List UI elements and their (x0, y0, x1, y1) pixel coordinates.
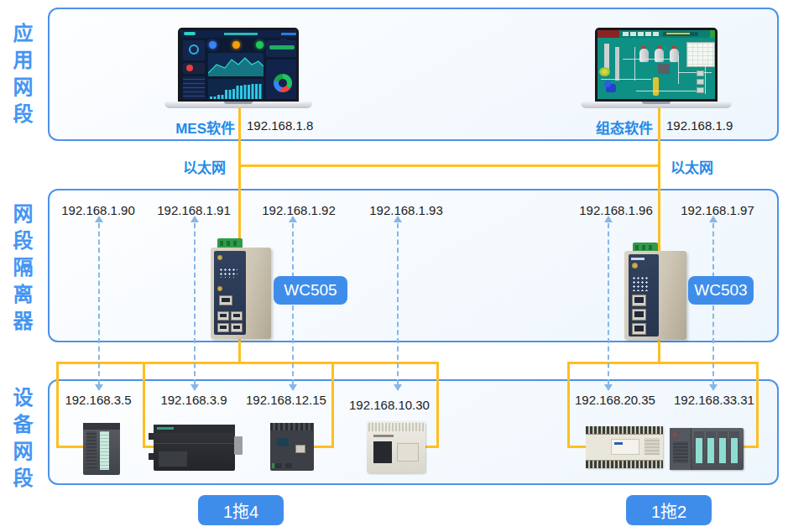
mapping-arrow-down-6 (709, 384, 718, 391)
wc503-gateway-image (624, 243, 686, 340)
device-ip-1: 192.168.3.5 (65, 393, 131, 407)
section-label-application: 应用网段 (7, 23, 36, 130)
section-label-isolator: 网段隔离器 (7, 203, 36, 337)
ethernet-horizontal-line (238, 164, 660, 167)
drop-line-1 (56, 362, 59, 448)
mes-laptop-image (164, 26, 312, 108)
mapping-arrow-down-4 (394, 384, 402, 391)
device-ip-2: 192.168.3.9 (160, 393, 227, 407)
drop-line-4 (436, 362, 439, 448)
device-ip-5: 192.168.20.35 (575, 393, 655, 407)
mapping-arrow-down-1 (95, 384, 103, 391)
mes-software-label: MES软件 (151, 117, 235, 138)
scada-ip-label: 192.168.1.9 (666, 118, 733, 133)
section-label-device: 设备网段 (7, 387, 36, 494)
wc505-wan-ip-2: 192.168.1.91 (157, 203, 231, 217)
wc505-wan-ip-3: 192.168.1.92 (262, 203, 336, 217)
scada-laptop-base (581, 102, 732, 108)
plc-device-3-image (270, 423, 314, 471)
mapping-arrow-down-2 (190, 384, 199, 391)
plc-device-5-image (586, 426, 663, 468)
drop-line-2 (143, 362, 145, 448)
bus-line-right (567, 362, 759, 364)
wc503-wan-ip-2: 192.168.1.97 (681, 203, 754, 217)
wc505-wan-ip-1: 192.168.1.90 (61, 203, 135, 217)
plc-device-4-image (367, 421, 425, 473)
ethernet-label-left: 以太网 (183, 156, 226, 177)
stub-line-6 (742, 446, 759, 448)
mes-laptop-base (164, 102, 312, 108)
mes-ip-label: 192.168.1.8 (247, 118, 313, 133)
wc503-wan-ip-1: 192.168.1.96 (579, 203, 653, 217)
wc505-model-badge: WC505 (274, 276, 347, 305)
wc503-model-badge: WC503 (688, 276, 754, 305)
drop-line-3 (331, 362, 334, 448)
bus-line-left (56, 362, 439, 364)
stub-line-1 (56, 446, 85, 448)
mapping-arrow-down-5 (604, 384, 613, 391)
plc-device-1-image (83, 423, 120, 475)
mes-laptop-screen (178, 28, 299, 102)
mapping-arrow-down-3 (289, 384, 297, 391)
group-badge-left: 1拖4 (198, 495, 284, 525)
device-ip-6: 192.168.33.31 (674, 393, 754, 407)
mapping-arrow-line-2 (194, 223, 196, 384)
mapping-arrow-line-5 (608, 223, 609, 384)
mapping-arrow-line-1 (98, 223, 100, 384)
mapping-arrow-line-4 (397, 223, 399, 384)
stub-line-4 (424, 446, 439, 448)
scada-laptop-screen (595, 28, 718, 102)
plc-device-2-image (154, 425, 235, 471)
device-ip-4: 192.168.10.30 (349, 398, 430, 412)
scada-software-label: 组态软件 (571, 117, 653, 138)
drop-line-6 (756, 362, 759, 448)
group-badge-right: 1拖2 (626, 495, 712, 525)
wc505-wan-ip-4: 192.168.1.93 (369, 203, 443, 217)
network-topology-diagram: 应用网段 网段隔离器 设备网段 (0, 0, 788, 532)
scada-laptop-image (581, 26, 732, 108)
stub-line-3 (313, 446, 334, 448)
drop-line-5 (567, 362, 570, 448)
plc-device-6-image (670, 428, 744, 470)
ethernet-label-right: 以太网 (671, 156, 713, 177)
device-ip-3: 192.168.12.15 (246, 393, 326, 407)
wc505-gateway-image (211, 238, 271, 339)
